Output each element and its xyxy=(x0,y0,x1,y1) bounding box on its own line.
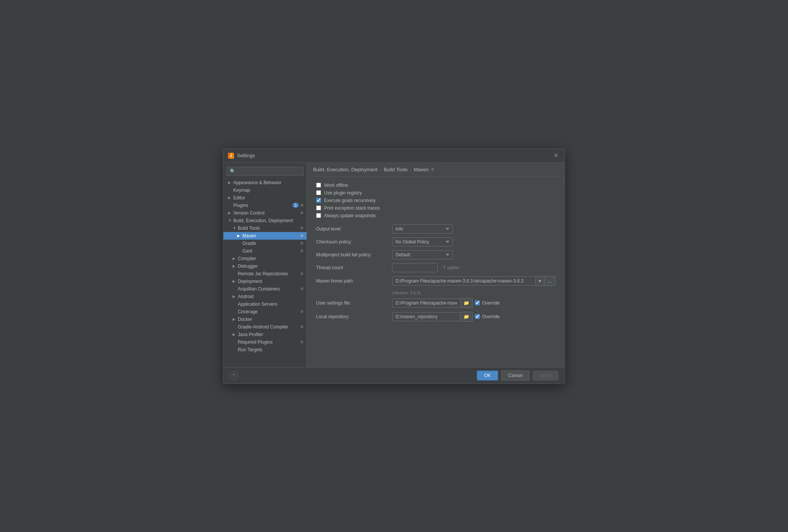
user-settings-label: User settings file: xyxy=(316,300,392,306)
arrow-icon: ▼ xyxy=(228,218,233,223)
dialog-body: ▶Appearance & BehaviorKeymap▶EditorPlugi… xyxy=(223,163,565,367)
sidebar-item-plugins[interactable]: Plugins1⚙ xyxy=(223,202,307,209)
sidebar-item-remote-jar[interactable]: Remote Jar Repositories⚙ xyxy=(223,270,307,278)
sidebar-item-debugger[interactable]: ▶Debugger xyxy=(223,262,307,270)
sidebar-item-gant[interactable]: Gant⚙ xyxy=(223,247,307,255)
sidebar-item-run-targets[interactable]: Run Targets xyxy=(223,346,307,354)
arrow-icon: ▼ xyxy=(233,226,237,230)
checkbox-row-always-update: Always update snapshots xyxy=(316,213,555,218)
apply-button[interactable]: Apply xyxy=(533,371,559,380)
sidebar-item-java-profiler[interactable]: ▶Java Profiler xyxy=(223,331,307,338)
arrow-icon: ▶ xyxy=(233,294,237,298)
user-settings-override-checkbox[interactable] xyxy=(475,300,480,305)
sidebar-item-docker[interactable]: ▶Docker xyxy=(223,316,307,323)
checkbox-execute-goals[interactable] xyxy=(316,198,321,203)
multiproject-policy-select[interactable]: DefaultFail At EndNever Fail xyxy=(392,250,453,259)
local-repo-control: 📁 Override xyxy=(392,312,555,322)
checkbox-row-print-exception: Print exception stack traces xyxy=(316,205,555,211)
checkbox-label-use-plugin-registry[interactable]: Use plugin registry xyxy=(316,190,362,196)
breadcrumb-settings-icon: ⚙ xyxy=(431,167,435,172)
sidebar-item-gradle-android[interactable]: Gradle-Android Compiler⚙ xyxy=(223,323,307,331)
sidebar-item-label: Application Servers xyxy=(238,302,304,307)
sidebar-item-label: Deployment xyxy=(238,279,304,284)
sidebar-item-keymap[interactable]: Keymap xyxy=(223,186,307,194)
checksum-policy-row: Checksum policy: No Global PolicyFailWar… xyxy=(316,237,555,246)
checkbox-text-print-exception: Print exception stack traces xyxy=(324,205,380,211)
sidebar-item-label: Maven xyxy=(242,233,300,238)
maven-home-path-row: ▾ … xyxy=(392,276,555,286)
footer-buttons: OK Cancel Apply xyxy=(477,371,559,380)
sidebar-item-editor[interactable]: ▶Editor xyxy=(223,194,307,202)
breadcrumb-sep1: › xyxy=(380,167,381,172)
settings-icon: ⚙ xyxy=(300,211,304,215)
sidebar-item-label: Keymap xyxy=(233,188,304,193)
sidebar-item-maven[interactable]: ▶Maven⚙ xyxy=(223,232,307,240)
local-repo-input[interactable] xyxy=(392,312,460,321)
sidebar-item-arquillian[interactable]: Arquillian Containers⚙ xyxy=(223,285,307,293)
sidebar-item-gradle[interactable]: Gradle⚙ xyxy=(223,240,307,247)
checkbox-always-update[interactable] xyxy=(316,213,321,218)
multiproject-policy-row: Multiproject build fail policy: DefaultF… xyxy=(316,250,555,259)
arrow-icon: ▶ xyxy=(233,279,237,283)
checkbox-label-execute-goals[interactable]: Execute goals recursively xyxy=(316,198,376,203)
checkbox-work-offline[interactable] xyxy=(316,183,321,188)
checksum-policy-select[interactable]: No Global PolicyFailWarnIgnore xyxy=(392,237,453,246)
output-level-select[interactable]: QuietInfoDebug xyxy=(392,224,453,234)
sidebar-item-android[interactable]: ▶Android xyxy=(223,293,307,300)
local-repo-override-label: Override xyxy=(482,314,500,319)
user-settings-control: 📁 Override xyxy=(392,298,555,308)
ok-button[interactable]: OK xyxy=(477,371,498,380)
sidebar-item-build-tools[interactable]: ▼Build Tools⚙ xyxy=(223,224,307,232)
thread-count-input[interactable] xyxy=(392,263,438,272)
checkbox-row-work-offline: Work offline xyxy=(316,183,555,188)
sidebar-item-coverage[interactable]: Coverage⚙ xyxy=(223,308,307,316)
sidebar-item-label: Gradle-Android Compiler xyxy=(238,324,300,330)
dialog-title: Settings xyxy=(237,153,552,158)
sidebar-item-label: Coverage xyxy=(238,309,300,314)
maven-version-note: (Version: 3.6.3) xyxy=(316,290,555,298)
arrow-icon: ▶ xyxy=(233,317,237,321)
sidebar-item-appearance[interactable]: ▶Appearance & Behavior xyxy=(223,179,307,186)
maven-home-dropdown-btn[interactable]: ▾ xyxy=(536,276,544,286)
cancel-button[interactable]: Cancel xyxy=(501,371,530,380)
search-input[interactable] xyxy=(226,167,304,176)
sidebar-item-label: Remote Jar Repositories xyxy=(238,271,300,276)
breadcrumb-part3: Maven xyxy=(414,167,429,172)
sidebar-item-version-control[interactable]: ▶Version Control⚙ xyxy=(223,209,307,217)
sidebar-item-label: Plugins xyxy=(233,203,293,208)
checkbox-label-always-update[interactable]: Always update snapshots xyxy=(316,213,376,218)
help-button[interactable]: ? xyxy=(229,371,238,380)
sidebar-item-label: Android xyxy=(238,294,304,299)
settings-icon: ⚙ xyxy=(300,325,304,329)
user-settings-browse-btn[interactable]: 📁 xyxy=(460,298,473,308)
sidebar-item-compiler[interactable]: ▶Compiler xyxy=(223,255,307,262)
sidebar-item-app-servers[interactable]: Application Servers xyxy=(223,300,307,308)
user-settings-override-row: Override xyxy=(475,300,555,306)
breadcrumb-part2: Build Tools xyxy=(384,167,408,172)
sidebar-item-label: Gant xyxy=(242,248,300,254)
checkbox-use-plugin-registry[interactable] xyxy=(316,190,321,195)
checkbox-row-execute-goals: Execute goals recursively xyxy=(316,198,555,203)
sidebar-item-deployment[interactable]: ▶Deployment xyxy=(223,278,307,285)
maven-home-browse-btn[interactable]: … xyxy=(544,276,555,286)
arrow-icon: ▶ xyxy=(228,211,233,215)
app-icon: J xyxy=(228,153,234,159)
sidebar-item-required-plugins[interactable]: Required Plugins⚙ xyxy=(223,338,307,346)
settings-icon: ⚙ xyxy=(300,226,304,230)
checkbox-print-exception[interactable] xyxy=(316,205,321,210)
multiproject-policy-label: Multiproject build fail policy: xyxy=(316,252,392,257)
checkbox-label-work-offline[interactable]: Work offline xyxy=(316,183,348,188)
settings-icon: ⚙ xyxy=(300,272,304,276)
settings-icon: ⚙ xyxy=(300,203,304,207)
user-settings-input[interactable] xyxy=(392,298,460,308)
settings-icon: ⚙ xyxy=(300,241,304,245)
local-repo-browse-btn[interactable]: 📁 xyxy=(460,312,473,322)
checkbox-label-print-exception[interactable]: Print exception stack traces xyxy=(316,205,380,211)
sidebar-item-build-execution[interactable]: ▼Build, Execution, Deployment xyxy=(223,217,307,224)
maven-home-input[interactable] xyxy=(392,276,536,286)
local-repo-override-checkbox[interactable] xyxy=(475,314,480,319)
checkbox-text-always-update: Always update snapshots xyxy=(324,213,376,218)
close-button[interactable]: ✕ xyxy=(552,152,560,159)
output-level-row: Output level: QuietInfoDebug xyxy=(316,224,555,234)
user-settings-override-label: Override xyxy=(482,300,500,306)
